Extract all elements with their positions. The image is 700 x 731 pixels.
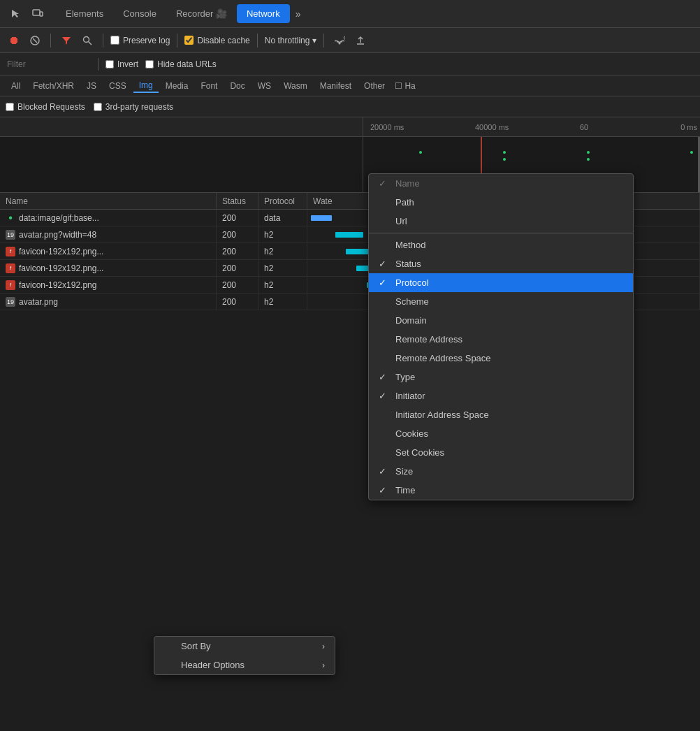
blocked-requests-checkbox[interactable]: Blocked Requests [6, 102, 85, 112]
th-protocol[interactable]: Protocol [258, 193, 307, 209]
timeline-marker-40000: 40000 ms [475, 123, 509, 131]
search-button[interactable] [79, 32, 96, 49]
type-filter-other[interactable]: Other [358, 80, 391, 92]
protocol-label: Protocol [395, 277, 429, 288]
svg-point-4 [84, 36, 89, 42]
disable-cache-input[interactable] [184, 36, 194, 45]
cookies-label: Cookies [395, 428, 428, 439]
td-name-1: • data:image/gif;base... [0, 210, 217, 226]
preserve-log-input[interactable] [110, 36, 119, 45]
toolbar-separator-3 [177, 34, 177, 48]
timeline-header: 20000 ms 40000 ms 60 0 ms [0, 117, 700, 137]
blocked-bar: Blocked Requests 3rd-party requests [0, 96, 700, 117]
th-waterfall-label: Wate [313, 196, 333, 206]
third-party-input[interactable] [94, 103, 102, 111]
row-name-5: favicon-192x192.png [19, 280, 96, 290]
cursor-icon[interactable] [6, 4, 25, 24]
menu-item-sort-by[interactable]: Sort By › [154, 637, 335, 656]
type-filter-all[interactable]: All [6, 80, 26, 92]
type-filter-ws[interactable]: WS [252, 80, 277, 92]
menu-item-url[interactable]: Url [369, 212, 633, 231]
menu-item-time[interactable]: ✓ Time [369, 481, 633, 500]
th-status[interactable]: Status [217, 193, 258, 209]
wifi-icon[interactable]: ⚙ [331, 32, 348, 49]
menu-item-set-cookies[interactable]: Set Cookies [369, 443, 633, 462]
record-button[interactable]: ⏺ [6, 32, 22, 49]
disable-cache-checkbox[interactable]: Disable cache [184, 36, 249, 45]
status-label: Status [395, 259, 421, 269]
method-label: Method [395, 240, 425, 250]
type-filter-fetchxhr[interactable]: Fetch/XHR [27, 80, 80, 92]
menu-item-path[interactable]: Path [369, 193, 633, 212]
menu-item-initiator-address-space[interactable]: Initiator Address Space [369, 405, 633, 424]
row-icon-favicon-3: f [6, 280, 15, 290]
type-filter-manifest[interactable]: Manifest [314, 80, 357, 92]
url-label: Url [395, 216, 407, 226]
type-filter-doc[interactable]: Doc [224, 80, 250, 92]
blocked-requests-input[interactable] [6, 103, 14, 111]
device-toggle-icon[interactable] [28, 4, 48, 24]
type-filter-img[interactable]: Img [133, 79, 159, 93]
status-check: ✓ [379, 259, 390, 269]
menu-item-name[interactable]: ✓ Name [369, 174, 633, 193]
menu-item-scheme[interactable]: Scheme [369, 292, 633, 311]
toolbar-separator-4 [257, 34, 258, 48]
invert-label: Invert [117, 59, 138, 69]
hide-data-urls-checkbox[interactable]: Hide data URLs [145, 59, 217, 69]
throttle-label: No throttling [265, 36, 310, 45]
menu-item-initiator[interactable]: ✓ Initiator [369, 386, 633, 405]
invert-checkbox[interactable]: Invert [105, 59, 138, 69]
menu-item-method[interactable]: Method [369, 236, 633, 254]
svg-text:⚙: ⚙ [343, 36, 345, 41]
hide-data-urls-input[interactable] [145, 60, 154, 68]
tab-more-button[interactable]: » [290, 4, 307, 24]
td-status-4: 200 [217, 260, 258, 276]
menu-divider-1 [369, 233, 633, 233]
filter-input[interactable] [7, 59, 91, 69]
preserve-log-checkbox[interactable]: Preserve log [110, 36, 170, 45]
menu-item-remote-address-space[interactable]: Remote Address Space [369, 349, 633, 368]
timeline-dot-3 [503, 158, 506, 161]
disable-cache-label: Disable cache [197, 36, 249, 45]
clear-button[interactable] [27, 32, 43, 49]
row-icon-dot-1: • [6, 213, 15, 223]
td-status-3: 200 [217, 243, 258, 259]
menu-item-cookies[interactable]: Cookies [369, 424, 633, 443]
tab-elements[interactable]: Elements [56, 4, 113, 23]
type-filter-wasm[interactable]: Wasm [278, 80, 313, 92]
td-status-6: 200 [217, 294, 258, 310]
tab-recorder[interactable]: Recorder 🎥 [166, 4, 237, 23]
toolbar-separator-1 [50, 34, 51, 48]
menu-item-header-options[interactable]: Header Options › [154, 656, 335, 674]
th-name[interactable]: Name [0, 193, 217, 209]
sort-by-arrow-icon: › [322, 642, 325, 651]
context-menu-left: Sort By › Header Options › [154, 636, 335, 675]
menu-item-protocol[interactable]: ✓ Protocol [369, 273, 633, 292]
throttle-select[interactable]: No throttling ▾ [265, 36, 317, 45]
menu-item-size[interactable]: ✓ Size [369, 462, 633, 481]
filter-button[interactable] [58, 32, 75, 49]
menu-item-domain[interactable]: Domain [369, 311, 633, 330]
row-name-6: avatar.png [19, 297, 58, 307]
menu-item-type[interactable]: ✓ Type [369, 368, 633, 386]
type-filter-media[interactable]: Media [160, 80, 194, 92]
third-party-checkbox[interactable]: 3rd-party requests [94, 102, 173, 112]
type-filter-js[interactable]: JS [81, 80, 102, 92]
type-filter-css[interactable]: CSS [103, 80, 132, 92]
svg-rect-1 [40, 12, 43, 16]
td-status-5: 200 [217, 277, 258, 293]
filter-separator [98, 58, 99, 71]
timeline-dot-6 [690, 151, 693, 154]
tab-network[interactable]: Network [237, 4, 290, 23]
td-name-5: f favicon-192x192.png [0, 277, 217, 293]
tab-console[interactable]: Console [113, 4, 166, 23]
timeline-marker-60000: 60 [580, 123, 588, 131]
menu-item-status[interactable]: ✓ Status [369, 254, 633, 273]
row-name-1: data:image/gif;base... [19, 213, 99, 223]
row-name-3: favicon-192x192.png... [19, 247, 103, 256]
upload-icon[interactable] [352, 32, 369, 49]
menu-item-remote-address[interactable]: Remote Address [369, 330, 633, 349]
invert-input[interactable] [105, 60, 114, 68]
type-filter-font[interactable]: Font [195, 80, 223, 92]
timeline-chart-left [0, 137, 363, 192]
